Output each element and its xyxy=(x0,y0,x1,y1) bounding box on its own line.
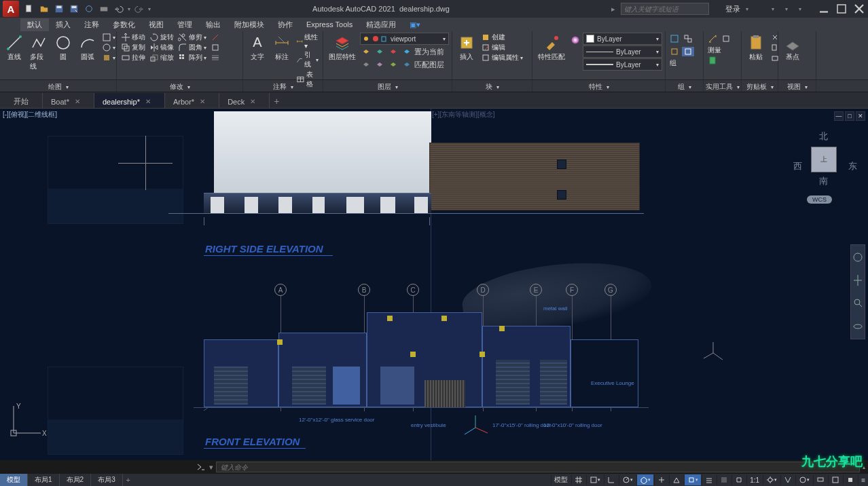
view-cube[interactable]: 北 西 东 南 上 WCS xyxy=(793,122,854,204)
minimize-icon[interactable] xyxy=(818,3,830,15)
menu-featured[interactable]: 精选应用 xyxy=(359,18,403,31)
group-sel-icon[interactable] xyxy=(682,47,694,56)
draw-tool1-icon[interactable]: ▾ xyxy=(101,33,117,42)
tab-model[interactable]: 模型 xyxy=(0,474,28,486)
status-monitor-icon[interactable] xyxy=(813,474,827,485)
status-ws-icon[interactable]: ▾ xyxy=(795,474,812,485)
tab-dealership[interactable]: dealership*✕ xyxy=(94,93,165,108)
mirror-button[interactable]: 镜像 xyxy=(148,43,175,52)
nav-pan-icon[interactable] xyxy=(852,271,863,290)
text-button[interactable]: A文字 xyxy=(246,33,269,63)
linear-dim-button[interactable]: 线性 ▾ xyxy=(295,33,320,50)
copy-button[interactable]: 复制 xyxy=(120,43,147,52)
qat-saveas-icon[interactable] xyxy=(68,3,80,15)
tab-arbor[interactable]: Arbor*✕ xyxy=(165,93,219,108)
edit-block-button[interactable]: 编辑 xyxy=(480,43,524,52)
status-snap-icon[interactable]: ▾ xyxy=(586,474,603,485)
maximize-icon[interactable] xyxy=(835,3,848,15)
scale-button[interactable]: 缩放 xyxy=(148,53,175,62)
add-tab-button[interactable]: + xyxy=(270,94,283,108)
status-anno-icon[interactable] xyxy=(780,474,795,485)
vp-close-icon[interactable]: ✕ xyxy=(856,111,865,121)
status-track-icon[interactable]: ▾ xyxy=(684,474,701,485)
fillet-button[interactable]: 圆角▾ xyxy=(177,43,208,52)
close-tab-icon[interactable]: ✕ xyxy=(75,98,80,105)
layer-t2-icon[interactable] xyxy=(374,47,386,56)
group-ungroup-icon[interactable] xyxy=(682,34,694,43)
layer-dropdown[interactable]: viewport▾ xyxy=(360,33,449,45)
add-layout-button[interactable]: + xyxy=(123,476,134,484)
arc-button[interactable]: 圆弧 xyxy=(76,33,99,63)
group-edit-icon[interactable] xyxy=(668,47,681,56)
layer-t5-icon[interactable] xyxy=(360,60,372,69)
menu-output[interactable]: 输出 xyxy=(199,18,228,31)
status-transp-icon[interactable] xyxy=(717,474,731,485)
menu-addins[interactable]: 附加模块 xyxy=(228,18,271,31)
layer-t3-icon[interactable] xyxy=(387,47,399,56)
status-model[interactable]: 模型 xyxy=(551,474,571,485)
command-input[interactable] xyxy=(216,462,860,472)
line-button[interactable]: 直线 xyxy=(3,33,26,63)
match-layer-button[interactable]: 匹配图层 xyxy=(414,60,444,70)
array-button[interactable]: 阵列▾ xyxy=(177,53,208,62)
tab-deck[interactable]: Deck✕ xyxy=(219,93,270,108)
status-lw-icon[interactable] xyxy=(702,474,716,485)
wcs-badge[interactable]: WCS xyxy=(807,195,832,204)
vp-maximize-icon[interactable]: □ xyxy=(845,111,854,121)
status-scale[interactable]: 1:1 xyxy=(746,474,762,485)
tab-layout1[interactable]: 布局1 xyxy=(28,474,60,486)
qat-plot-icon[interactable] xyxy=(98,3,110,15)
paste-button[interactable]: 粘贴 xyxy=(744,33,767,63)
vp-minimize-icon[interactable]: — xyxy=(834,111,844,121)
polyline-button[interactable]: 多段线 xyxy=(27,33,50,73)
mod-tool3-icon[interactable] xyxy=(209,53,221,62)
status-polar-icon[interactable]: ▾ xyxy=(619,474,636,485)
viewport-label-left[interactable]: [-][俯视][二维线框] xyxy=(3,110,57,119)
menu-express[interactable]: Express Tools xyxy=(300,19,359,30)
search-input[interactable] xyxy=(621,3,709,15)
nav-orbit-icon[interactable] xyxy=(852,317,863,336)
qat-new-icon[interactable] xyxy=(23,3,35,15)
leader-button[interactable]: 引线▾ xyxy=(295,50,320,69)
menu-insert[interactable]: 插入 xyxy=(49,18,77,31)
app-logo[interactable]: A xyxy=(3,1,19,17)
menu-default[interactable]: 默认 xyxy=(20,18,49,31)
measure-icon[interactable] xyxy=(706,34,719,43)
menu-parametric[interactable]: 参数化 xyxy=(106,18,142,31)
tab-layout2[interactable]: 布局2 xyxy=(60,474,92,486)
close-icon[interactable] xyxy=(853,3,865,15)
insert-block-button[interactable]: 插入 xyxy=(455,33,478,63)
status-custom-icon[interactable]: ≡ xyxy=(858,474,868,485)
layer-t7-icon[interactable] xyxy=(387,60,399,69)
menu-view[interactable]: 视图 xyxy=(142,18,170,31)
menu-collab[interactable]: 协作 xyxy=(271,18,300,31)
trim-button[interactable]: 修剪▾ xyxy=(177,33,208,42)
table-button[interactable]: 表格 xyxy=(295,70,320,89)
base-button[interactable]: 基点 xyxy=(781,33,804,63)
nav-wheel-icon[interactable] xyxy=(852,248,863,267)
cmd-prompt-icon[interactable] xyxy=(196,462,206,472)
color-wheel-icon[interactable] xyxy=(569,35,581,45)
tab-start[interactable]: 开始 xyxy=(5,93,43,108)
draw-tool3-icon[interactable]: ▾ xyxy=(101,53,117,62)
layer-prop-button[interactable]: 图层特性 xyxy=(326,33,359,63)
status-iso-icon[interactable] xyxy=(828,474,842,485)
layer-t4-icon[interactable] xyxy=(401,47,413,56)
mod-tool1-icon[interactable] xyxy=(209,33,221,42)
create-block-button[interactable]: 创建 xyxy=(480,33,524,42)
close-tab-icon[interactable]: ✕ xyxy=(250,98,255,105)
move-button[interactable]: 移动 xyxy=(120,33,147,42)
group-create-icon[interactable] xyxy=(668,34,681,43)
match-prop-button[interactable]: 特性匹配 xyxy=(535,33,568,63)
status-osnap-icon[interactable] xyxy=(654,474,668,485)
status-grid-icon[interactable] xyxy=(571,474,585,485)
calc-icon[interactable] xyxy=(706,56,719,65)
qat-open-icon[interactable] xyxy=(38,3,50,15)
group-label[interactable]: 组 xyxy=(668,58,678,68)
qat-redo-icon[interactable] xyxy=(133,3,145,15)
set-current-button[interactable]: 置为当前 xyxy=(414,47,444,57)
close-tab-icon[interactable]: ✕ xyxy=(145,98,151,105)
viewport-label-right[interactable]: [+][东南等轴测][概念] xyxy=(432,110,495,119)
stretch-button[interactable]: 拉伸 xyxy=(120,53,147,62)
nav-zoom-icon[interactable] xyxy=(852,294,863,313)
